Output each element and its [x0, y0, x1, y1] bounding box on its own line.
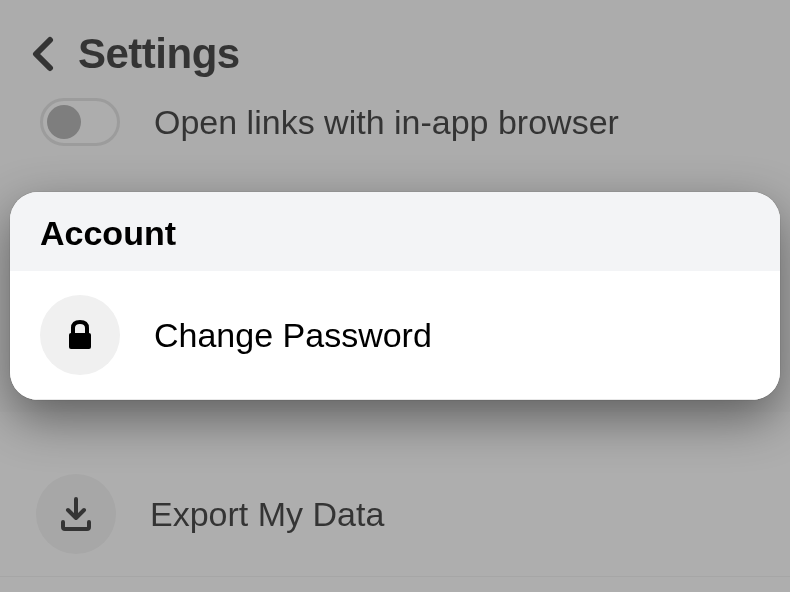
- account-highlight-card: Account Change Password: [10, 192, 780, 400]
- svg-rect-0: [69, 333, 91, 349]
- list-item-label: Change Password: [154, 316, 432, 355]
- section-header: Account: [10, 192, 780, 271]
- list-item-change-password[interactable]: Change Password: [10, 271, 780, 400]
- settings-page: Settings Open links with in-app browser …: [0, 0, 790, 592]
- section-title: Account: [40, 214, 750, 253]
- lock-icon: [40, 295, 120, 375]
